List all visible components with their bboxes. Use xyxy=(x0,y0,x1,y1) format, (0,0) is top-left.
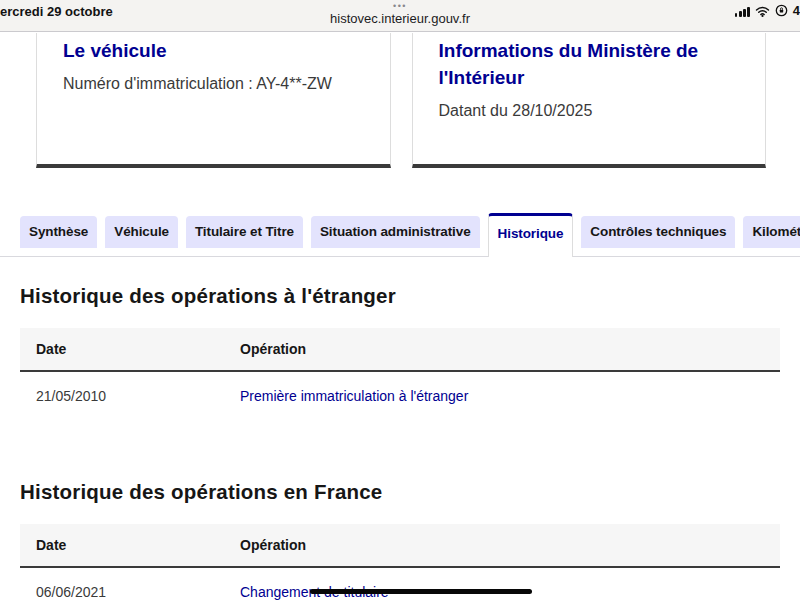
orientation-lock-icon xyxy=(775,4,788,17)
column-header-date: Date xyxy=(20,328,224,371)
table-operations-france: Date Opération 06/06/2021 Changement de … xyxy=(20,524,780,600)
tab-titulaire-et-titre[interactable]: Titulaire et Titre xyxy=(186,216,303,248)
table-operations-etranger: Date Opération 21/05/2010 Première immat… xyxy=(20,328,780,420)
tab-controles-techniques[interactable]: Contrôles techniques xyxy=(581,216,735,248)
card-ministry-title: Informations du Ministère de l'Intérieur xyxy=(439,38,741,92)
cellular-signal-icon xyxy=(735,7,750,17)
cell-date: 06/06/2021 xyxy=(20,567,224,600)
tab-situation-administrative[interactable]: Situation administrative xyxy=(311,216,480,248)
tab-historique[interactable]: Historique xyxy=(488,213,574,257)
card-ministry-date: Datant du 28/10/2025 xyxy=(439,102,741,120)
cell-operation: Première immatriculation à l'étranger xyxy=(224,371,780,420)
table-header-row: Date Opération xyxy=(20,328,780,371)
wifi-icon xyxy=(755,6,770,17)
column-header-operation: Opération xyxy=(224,328,780,371)
summary-cards: Le véhicule Numéro d'immatriculation : A… xyxy=(36,33,766,168)
screen: ercredi 29 octobre ••• histovec.interieu… xyxy=(0,0,800,600)
redaction-bar xyxy=(310,589,532,594)
section-heading-etranger: Historique des opérations à l'étranger xyxy=(20,284,780,308)
table-row: 06/06/2021 Changement de titulaire xyxy=(20,567,780,600)
card-vehicle-title: Le véhicule xyxy=(63,38,365,65)
tab-synthese[interactable]: Synthèse xyxy=(20,216,97,248)
cell-operation: Changement de titulaire xyxy=(224,567,780,600)
card-ministry-info: Informations du Ministère de l'Intérieur… xyxy=(412,33,767,168)
table-header-row: Date Opération xyxy=(20,524,780,567)
operation-link[interactable]: Première immatriculation à l'étranger xyxy=(240,388,468,404)
tab-panel-divider xyxy=(0,256,800,257)
table-row: 21/05/2010 Première immatriculation à l'… xyxy=(20,371,780,420)
card-vehicle-registration: Numéro d'immatriculation : AY-4**-ZW xyxy=(63,75,365,93)
column-header-date: Date xyxy=(20,524,224,567)
historique-panel: Historique des opérations à l'étranger D… xyxy=(0,284,800,600)
address-bar: ••• histovec.interieur.gouv.fr xyxy=(0,2,800,26)
section-heading-france: Historique des opérations en France xyxy=(20,480,780,504)
status-bar: ercredi 29 octobre ••• histovec.interieu… xyxy=(0,0,800,32)
column-header-operation: Opération xyxy=(224,524,780,567)
tab-vehicule[interactable]: Véhicule xyxy=(105,216,178,248)
cell-date: 21/05/2010 xyxy=(20,371,224,420)
card-vehicle: Le véhicule Numéro d'immatriculation : A… xyxy=(36,33,391,168)
url-field[interactable]: histovec.interieur.gouv.fr xyxy=(0,11,800,26)
tab-bar: Synthèse Véhicule Titulaire et Titre Sit… xyxy=(0,213,800,257)
battery-text: 4 xyxy=(793,5,800,17)
page-menu-dots-icon[interactable]: ••• xyxy=(0,2,800,10)
tab-kilometrage[interactable]: Kilométrage xyxy=(743,216,800,248)
status-icons: 4 xyxy=(735,5,800,17)
